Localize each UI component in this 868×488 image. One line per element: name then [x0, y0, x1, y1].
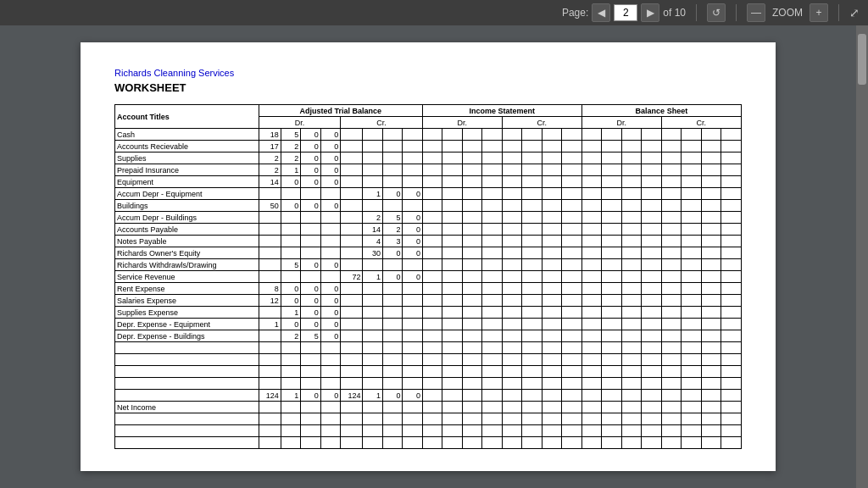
empty-row	[115, 366, 742, 378]
cell	[581, 176, 601, 188]
cell	[581, 164, 601, 176]
page-number-input[interactable]	[614, 4, 637, 21]
cell	[442, 176, 462, 188]
cell	[661, 164, 681, 176]
cell	[682, 402, 701, 413]
total-atb-cr-2: 1	[363, 390, 382, 402]
cell	[581, 259, 601, 271]
cell	[661, 342, 681, 354]
cell	[482, 390, 502, 402]
cell	[602, 176, 621, 188]
prev-page-button[interactable]: ◀	[592, 3, 610, 22]
cell	[341, 319, 363, 330]
account-name: Depr. Expense - Equipment	[115, 319, 259, 330]
account-name: Supplies Expense	[115, 307, 259, 319]
cell	[621, 378, 641, 390]
cell	[701, 141, 721, 152]
expand-button[interactable]: ⤢	[849, 6, 860, 19]
cell	[721, 390, 742, 402]
cell	[581, 307, 601, 319]
cell	[502, 354, 521, 366]
cell	[542, 259, 561, 271]
cell: 0	[301, 295, 320, 307]
right-scrollbar[interactable]	[856, 25, 868, 488]
cell	[642, 413, 661, 425]
cell	[522, 152, 542, 164]
cell	[721, 247, 742, 259]
table-row: Rent Expense8000	[115, 283, 742, 295]
cell	[301, 425, 320, 437]
cell	[403, 342, 422, 354]
cell: 0	[320, 259, 340, 271]
cell: 2	[259, 152, 281, 164]
cell	[642, 224, 661, 236]
cell	[602, 129, 621, 141]
cell	[502, 164, 521, 176]
cell	[522, 271, 542, 283]
cell	[562, 141, 581, 152]
cell	[482, 141, 502, 152]
cell	[462, 176, 481, 188]
cell: 0	[320, 330, 340, 342]
table-row: Notes Payable430	[115, 236, 742, 247]
total-atb-cr-4: 0	[403, 390, 422, 402]
cell	[682, 295, 701, 307]
cell	[581, 366, 601, 378]
cell	[363, 295, 382, 307]
cell	[721, 354, 742, 366]
cell: 5	[281, 259, 300, 271]
cell	[661, 402, 681, 413]
cell	[562, 236, 581, 247]
cell	[422, 354, 442, 366]
zoom-out-button[interactable]: —	[747, 3, 765, 22]
cell	[363, 366, 382, 378]
page-area[interactable]: Richards Cleanning Services WORKSHEET Ac…	[0, 25, 856, 488]
cell	[562, 247, 581, 259]
cell: 1	[281, 164, 300, 176]
cell	[721, 366, 742, 378]
cell	[602, 425, 621, 437]
cell	[562, 366, 581, 378]
cell	[482, 283, 502, 295]
cell	[682, 390, 701, 402]
cell	[442, 236, 462, 247]
cell	[422, 283, 442, 295]
cell	[682, 413, 701, 425]
cell	[341, 176, 363, 188]
cell	[403, 378, 422, 390]
cell	[621, 295, 641, 307]
cell: 2	[363, 212, 382, 224]
cell	[602, 437, 621, 449]
cell	[581, 295, 601, 307]
cell: 1	[363, 188, 382, 200]
cell	[259, 236, 281, 247]
cell	[320, 224, 340, 236]
cell	[522, 259, 542, 271]
cell	[621, 354, 641, 366]
cell	[403, 319, 422, 330]
next-page-button[interactable]: ▶	[641, 3, 659, 22]
cell	[682, 200, 701, 212]
cell	[661, 354, 681, 366]
cell	[422, 271, 442, 283]
cell	[661, 378, 681, 390]
cell	[382, 437, 402, 449]
account-name: Accum Depr - Buildings	[115, 212, 259, 224]
cell	[442, 141, 462, 152]
cell	[602, 354, 621, 366]
account-name: Accounts Recievable	[115, 141, 259, 152]
refresh-button[interactable]: ↺	[707, 3, 726, 22]
net-income-row: Net Income	[115, 402, 742, 413]
cell	[602, 413, 621, 425]
cell	[422, 378, 442, 390]
cell: 5	[281, 129, 300, 141]
cell: 0	[382, 188, 402, 200]
cell	[621, 271, 641, 283]
account-name	[115, 425, 259, 437]
cell	[422, 342, 442, 354]
cell	[522, 413, 542, 425]
cell	[442, 437, 462, 449]
cell	[462, 425, 481, 437]
zoom-in-button[interactable]: +	[810, 3, 828, 22]
table-row: Supplies Expense100	[115, 307, 742, 319]
